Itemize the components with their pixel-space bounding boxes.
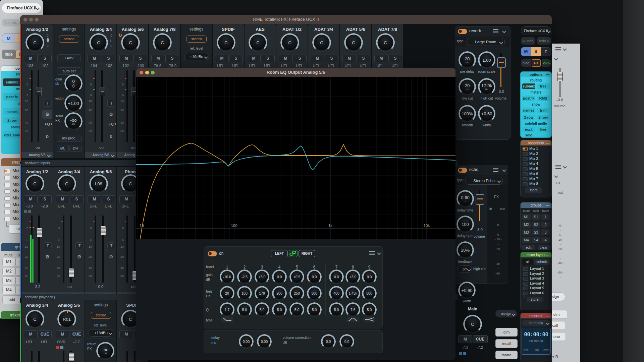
band-7-gain-knob[interactable]: 0.0	[331, 271, 342, 283]
snapshot-select-6[interactable]	[523, 172, 528, 176]
chevron-down-icon[interactable]	[499, 41, 502, 44]
group-button-2[interactable]: 2	[541, 222, 550, 228]
stereo-button[interactable]: stereo	[186, 36, 207, 43]
phase-left-button[interactable]: ØL	[57, 145, 69, 152]
device-select-dropdown[interactable]: Fireface UCX II	[521, 26, 551, 35]
band-3-gain-knob[interactable]: +3.0	[256, 271, 268, 283]
recorder-header[interactable]: recorder—	[521, 313, 551, 318]
mute-button[interactable]: M	[119, 55, 133, 62]
snapshot-label[interactable]: Mix 7	[529, 177, 549, 181]
mute-button[interactable]: M	[24, 330, 38, 338]
eq-menu-icon[interactable]	[369, 251, 375, 255]
fader-handle[interactable]	[37, 228, 42, 237]
ref-level-dropdown[interactable]: +19dBu	[184, 53, 209, 60]
band-7-freq-knob[interactable]: 400	[331, 288, 342, 299]
volume-correction-right-knob[interactable]: 0.0	[341, 336, 353, 347]
layout-store-button[interactable]: store	[527, 297, 543, 302]
solo-button[interactable]: S	[38, 55, 52, 62]
layout-select-4[interactable]	[523, 282, 528, 286]
option-names[interactable]: names	[522, 108, 535, 113]
fader-handle[interactable]	[68, 352, 74, 362]
mono-button[interactable]: mono	[552, 332, 566, 341]
pan-knob[interactable]: C	[218, 35, 234, 50]
layout-submix-button[interactable]: submix	[534, 259, 550, 265]
echo-volume-fader[interactable]	[476, 194, 484, 205]
snapshot-select-8[interactable]	[4, 217, 10, 221]
snapshot-select-7[interactable]	[4, 210, 10, 214]
option-rms[interactable]: RMS	[537, 96, 550, 101]
option-post_fx[interactable]: post fx	[522, 96, 535, 101]
stereo-button[interactable]: stereo	[91, 312, 111, 319]
snapshot-select-2[interactable]	[4, 176, 10, 180]
snapshot-select-1[interactable]	[4, 169, 10, 173]
snapshot-label[interactable]: Mix 3	[529, 157, 549, 161]
snapshot-label[interactable]: Mix 6	[529, 172, 549, 176]
mute-master-button[interactable]: M	[2, 34, 15, 43]
minimize-icon[interactable]: —	[546, 140, 550, 145]
option-free[interactable]: free	[537, 83, 550, 89]
snapshot-store-button[interactable]: store	[525, 187, 542, 193]
fader-track[interactable]	[102, 216, 104, 283]
fader-track[interactable]	[134, 351, 136, 362]
band-2-q-knob[interactable]: 5.0	[239, 304, 250, 315]
snapshot-label[interactable]: Mix 8	[529, 182, 549, 186]
band-6-q-knob[interactable]: 5.0	[309, 304, 320, 315]
mono-button[interactable]: mono	[495, 351, 518, 359]
main-cue-button[interactable]: CUE	[473, 335, 488, 343]
chevron-down-icon[interactable]	[47, 154, 50, 157]
pan-knob[interactable]: C	[346, 35, 361, 50]
layout-select-6[interactable]	[523, 292, 528, 295]
channel-name[interactable]: Analog 3/4	[85, 27, 116, 32]
trim-button[interactable]: T	[107, 100, 115, 107]
band-9-gain-knob[interactable]: 0.0	[364, 271, 375, 283]
recall-button[interactable]: recall	[495, 339, 518, 348]
band-3-q-knob[interactable]: 5.0	[256, 304, 268, 315]
option-two_row[interactable]: 2 row	[522, 115, 535, 120]
chevron-down-icon[interactable]	[108, 331, 112, 335]
options-header[interactable]: options—	[521, 72, 551, 77]
reverb-knob-room-scale[interactable]: 1.00	[480, 53, 494, 67]
snapshot-select-2[interactable]	[523, 152, 528, 156]
mute-button[interactable]: M	[88, 55, 101, 62]
dynamics-label[interactable]: D	[45, 135, 50, 139]
band-8-freq-knob[interactable]: 1.43k	[347, 288, 359, 299]
layout-label[interactable]: Layout 1	[530, 266, 550, 270]
pan-knob[interactable]: C	[27, 35, 43, 50]
snapshot-select-3[interactable]	[4, 183, 10, 187]
option-submix[interactable]: submix	[522, 83, 535, 89]
layout-label[interactable]: Layout 4	[530, 281, 550, 285]
channel-name[interactable]: Analog 3/4	[53, 169, 85, 174]
pan-knob[interactable]: C	[378, 35, 393, 50]
layout-label[interactable]: Layout 5	[530, 286, 550, 290]
echo-knob-delay-time[interactable]: 0.60s	[458, 192, 472, 206]
trim-button[interactable]: T	[44, 100, 52, 107]
mute-button[interactable]: M	[24, 55, 38, 62]
delay-right-knob[interactable]: 0.00	[259, 336, 270, 347]
eq-right-button[interactable]: RIGHT	[299, 250, 315, 257]
fader-track[interactable]	[38, 351, 40, 362]
phantom-48v-button[interactable]: +48V	[57, 54, 81, 62]
chevron-down-icon[interactable]	[554, 174, 557, 178]
eq-channel-link-button[interactable]	[289, 250, 298, 257]
mute-button[interactable]: M	[279, 55, 292, 62]
fx-menu-icon[interactable]	[493, 29, 498, 34]
layout-select-3[interactable]	[523, 277, 528, 281]
solo-button[interactable]: S	[325, 55, 338, 62]
main-pan-knob[interactable]: C	[465, 316, 480, 332]
mute-button[interactable]: M	[151, 55, 165, 62]
pan-knob[interactable]: C	[155, 35, 170, 50]
routing-target[interactable]: Analog 5/6	[85, 152, 116, 158]
option-two_row_in[interactable]: 2 row in	[537, 115, 550, 120]
minimize-icon[interactable]: —	[546, 202, 550, 208]
mute-button[interactable]: M	[119, 330, 133, 338]
solo-button[interactable]: S	[357, 55, 370, 62]
assign-dropdown[interactable]: assign	[495, 310, 517, 317]
echo-highcut-dropdown[interactable]: off	[457, 265, 472, 273]
mute-button[interactable]: M	[56, 330, 69, 338]
channel-name[interactable]: Analog 5/6	[53, 303, 85, 308]
option-excl_solo[interactable]: excl. solo	[522, 127, 535, 132]
mute-button[interactable]: M	[56, 195, 69, 203]
eq-on-toggle[interactable]	[208, 251, 217, 256]
snapshot-select-4[interactable]	[4, 189, 10, 194]
stereo-button[interactable]: stereo	[59, 36, 79, 43]
